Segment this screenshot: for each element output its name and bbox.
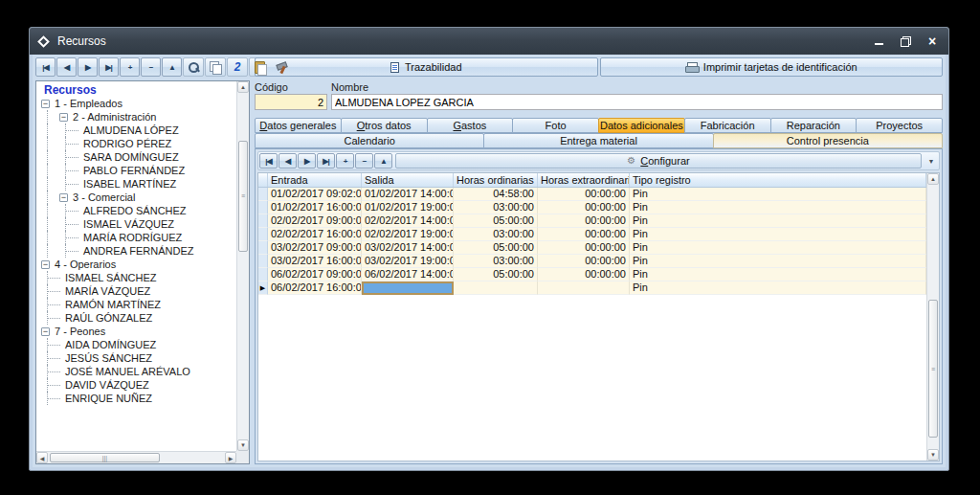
table-vertical-scrollbar[interactable]: ▲ ≡ ▼	[926, 173, 939, 461]
cell-entrada[interactable]: 02/02/2017 09:00:00	[268, 214, 362, 228]
tab-otros-datos[interactable]: Otros datos	[341, 118, 428, 133]
tree-hscroll-thumb[interactable]: |||	[50, 453, 160, 462]
cell-entrada[interactable]: 06/02/2017 16:00:00	[268, 281, 362, 295]
cell-horas-ordinarias[interactable]: 05:00:00	[454, 268, 538, 281]
first-record-button[interactable]: |◀	[35, 57, 56, 77]
cell-entrada[interactable]: 01/02/2017 16:00:00	[268, 201, 362, 214]
nombre-input[interactable]	[331, 94, 943, 110]
cell-salida[interactable]: 01/02/2017 19:00:00	[362, 201, 454, 214]
cell-entrada[interactable]: 01/02/2017 09:02:00	[268, 188, 362, 201]
cell-tipo-registro[interactable]: Pin	[630, 241, 926, 255]
tab-reparacion[interactable]: Reparación	[770, 118, 858, 133]
cell-horas-ordinarias[interactable]: 03:00:00	[454, 228, 538, 241]
cell-horas-ordinarias[interactable]	[454, 281, 538, 295]
tree-node-sara-dominguez[interactable]: SARA DOMÍNGUEZ	[37, 150, 235, 164]
column-header-horas-ordinarias[interactable]: Horas ordinarias	[454, 173, 538, 187]
tree-vscroll-thumb[interactable]: ≡	[238, 141, 248, 252]
table-row[interactable]: 03/02/2017 16:00:0003/02/2017 19:00:0003…	[258, 255, 926, 268]
tab-gastos[interactable]: Gastos	[427, 118, 514, 133]
collapse-toggle-icon[interactable]: −	[41, 260, 50, 269]
tree-node-recursos[interactable]: Recursos	[37, 83, 235, 97]
tab-foto[interactable]: Foto	[512, 118, 599, 133]
column-header-salida[interactable]: Salida	[362, 173, 454, 187]
cell-horas-ordinarias[interactable]: 03:00:00	[454, 255, 538, 268]
codigo-input[interactable]	[255, 94, 327, 110]
cell-tipo-registro[interactable]: Pin	[630, 214, 926, 228]
tree-vertical-scrollbar[interactable]: ▲ ≡ ▼	[236, 81, 249, 451]
collapse-toggle-icon[interactable]: −	[41, 327, 50, 336]
tree-node-raul-gonzalez[interactable]: RAÚL GÓNZALEZ	[37, 311, 235, 325]
add-record-button[interactable]: +	[336, 153, 354, 169]
tree-node-2-administracion[interactable]: −2 - Administración	[37, 110, 235, 124]
cell-salida[interactable]: 06/02/2017 14:00:00	[362, 268, 454, 281]
cell-tipo-registro[interactable]: Pin	[630, 281, 926, 295]
next-record-button[interactable]: ▶	[78, 57, 98, 77]
scroll-down-icon[interactable]: ▼	[237, 439, 249, 451]
previous-record-button[interactable]: ◀	[56, 57, 77, 77]
collapse-toggle-icon[interactable]: −	[59, 193, 68, 202]
cell-entrada[interactable]: 03/02/2017 09:00:00	[268, 241, 362, 255]
search-button[interactable]	[183, 57, 204, 77]
remove-record-button[interactable]: −	[355, 153, 373, 169]
restore-button[interactable]	[899, 34, 912, 48]
table-row[interactable]: 01/02/2017 16:00:0001/02/2017 19:00:0003…	[258, 201, 926, 214]
cell-tipo-registro[interactable]: Pin	[630, 188, 926, 201]
cell-tipo-registro[interactable]: Pin	[630, 201, 926, 214]
tree-node-jose-manuel-arevalo[interactable]: JOSÉ MANUEL ARÉVALO	[37, 365, 235, 378]
cell-tipo-registro[interactable]: Pin	[630, 228, 926, 241]
tree-node-almudena-lopez[interactable]: ALMUDENA LÓPEZ	[37, 124, 235, 137]
tree-node-david-vazquez[interactable]: DAVID VÁZQUEZ	[37, 378, 235, 392]
cell-horas-ordinarias[interactable]: 05:00:00	[454, 241, 538, 255]
previous-record-button[interactable]: ◀	[278, 153, 297, 169]
scroll-left-icon[interactable]: ◀	[36, 452, 48, 463]
cell-salida[interactable]: 01/02/2017 14:00:00	[362, 188, 454, 201]
tab-datos-adicionales[interactable]: Datos adicionales	[598, 118, 685, 133]
scroll-up-icon[interactable]: ▲	[237, 81, 249, 93]
cell-entrada[interactable]: 02/02/2017 16:00:00	[268, 228, 362, 241]
cell-entrada[interactable]: 03/02/2017 16:00:00	[268, 255, 362, 268]
add-record-button[interactable]: +	[120, 57, 140, 77]
tree-node-pablo-fernandez[interactable]: PABLO FERNÁNDEZ	[37, 164, 235, 177]
tree-node-enrique-nunez[interactable]: ENRIQUE NUÑEZ	[37, 392, 235, 405]
tree-node-7-peones[interactable]: −7 - Peones	[37, 325, 235, 338]
table-row[interactable]: 06/02/2017 09:00:0006/02/2017 14:00:0005…	[258, 268, 926, 281]
configurar-button[interactable]: ⚙Configurar	[395, 153, 922, 169]
tree-node-isabel-martinez[interactable]: ISABEL MARTÍNEZ	[37, 177, 235, 191]
tab-calendario[interactable]: Calendario	[255, 133, 484, 148]
copy-button[interactable]	[205, 57, 226, 77]
table-row[interactable]: 03/02/2017 09:00:0003/02/2017 14:00:0005…	[258, 241, 926, 255]
cell-salida[interactable]: 03/02/2017 14:00:00	[362, 241, 454, 255]
next-record-button[interactable]: ▶	[298, 153, 316, 169]
tree-node-ismael-vazquez[interactable]: ISMAEL VÁZQUEZ	[37, 217, 235, 231]
minimize-button[interactable]	[872, 34, 885, 48]
cell-horas-extraordinarias[interactable]: 00:00:00	[538, 228, 630, 241]
table-vscroll-thumb[interactable]: ≡	[928, 300, 938, 438]
cell-horas-extraordinarias[interactable]: 00:00:00	[538, 255, 630, 268]
cell-salida[interactable]	[362, 281, 454, 295]
tree-horizontal-scrollbar[interactable]: ◀ ||| ▶	[36, 451, 236, 463]
edit-record-button[interactable]: ▲	[162, 57, 182, 77]
column-header-horas-extraordinarias[interactable]: Horas extraordinarias	[538, 173, 630, 187]
tree-node-maria-rodriguez[interactable]: MARÍA RODRÍGUEZ	[37, 231, 235, 244]
tree-node-aida-dominguez[interactable]: AIDA DOMÍNGUEZ	[37, 338, 235, 351]
cell-salida[interactable]: 02/02/2017 19:00:00	[362, 228, 454, 241]
table-row[interactable]: 02/02/2017 09:00:0002/02/2017 14:00:0005…	[258, 214, 926, 228]
cell-salida[interactable]: 02/02/2017 14:00:00	[362, 214, 454, 228]
tree-node-1-empleados[interactable]: −1 - Empleados	[37, 97, 235, 110]
tree-node-jesus-sanchez[interactable]: JESÚS SÁNCHEZ	[37, 351, 235, 365]
tree-node-4-operarios[interactable]: −4 - Operarios	[37, 258, 235, 271]
first-record-button[interactable]: |◀	[259, 153, 278, 169]
tab-fabricacion[interactable]: Fabricación	[684, 118, 771, 133]
tree-node-alfredo-sanchez[interactable]: ALFREDO SÁNCHEZ	[37, 204, 235, 217]
cell-entrada[interactable]: 06/02/2017 09:00:00	[268, 268, 362, 281]
tree-node-maria-vazquez[interactable]: MARÍA VÁZQUEZ	[37, 284, 235, 298]
column-header-tipo-registro[interactable]: Tipo registro	[630, 173, 926, 187]
last-record-button[interactable]: ▶|	[317, 153, 335, 169]
tab-proyectos[interactable]: Proyectos	[856, 118, 943, 133]
scroll-down-icon[interactable]: ▼	[927, 449, 939, 461]
table-row[interactable]: 01/02/2017 09:02:0001/02/2017 14:00:0004…	[258, 188, 926, 201]
tab-entrega-material[interactable]: Entrega material	[483, 133, 713, 148]
refresh2-button[interactable]: 2	[227, 57, 248, 77]
collapse-toggle-icon[interactable]: −	[41, 100, 50, 108]
cell-horas-extraordinarias[interactable]: 00:00:00	[538, 188, 630, 201]
